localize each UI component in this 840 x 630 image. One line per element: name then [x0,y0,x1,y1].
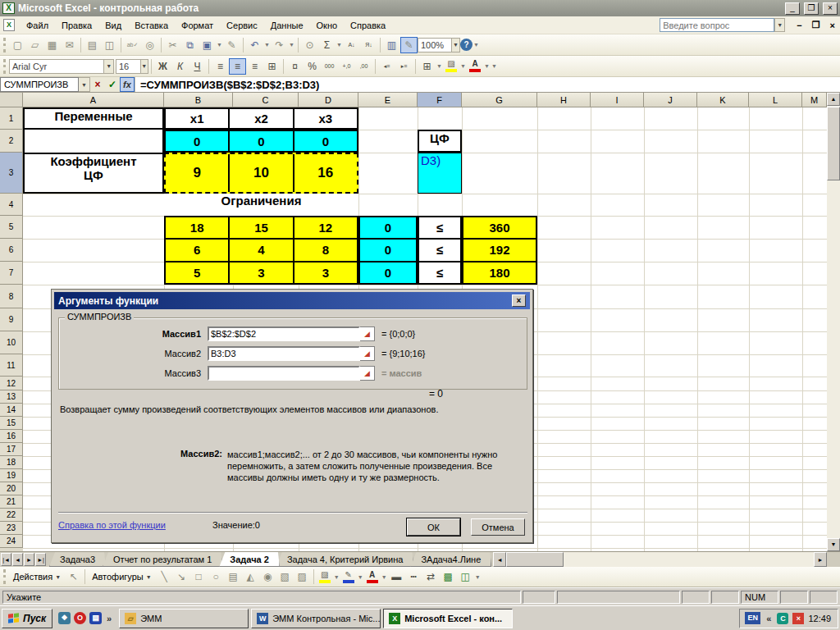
threed-style-icon[interactable]: ◫ [457,568,474,585]
prev-sheet-icon[interactable]: ◄ [12,553,23,566]
undo-icon[interactable]: ↶ [246,37,263,53]
sort-descending-icon[interactable]: Я↓ [360,37,377,53]
browser-icon[interactable]: O [74,612,86,624]
cell-d7[interactable]: 3 [293,262,357,283]
vertical-scrollbar[interactable]: ▲ ▼ [827,93,840,551]
column-header-d[interactable]: D [299,93,358,107]
cell-g6[interactable]: 192 [463,240,536,260]
format-painter-icon[interactable]: ✎ [223,37,240,53]
decrease-indent-icon[interactable]: ◂≡ [378,58,395,75]
cell-a2[interactable] [23,130,164,153]
arg1-input[interactable] [208,326,360,341]
menu-window[interactable]: Окно [310,18,345,33]
column-header-i[interactable]: I [591,93,644,107]
redo-icon[interactable]: ↷ [271,37,288,53]
permission-icon[interactable]: ✉ [61,37,78,53]
line-icon[interactable]: ╲ [156,568,173,585]
cell-b1[interactable]: x1 [166,109,228,128]
close-button[interactable]: × [823,2,838,15]
cancel-formula-icon[interactable]: × [90,77,105,92]
research-icon[interactable]: ◎ [141,37,158,53]
diagram-icon[interactable]: ◉ [259,568,276,585]
range-b2-d2[interactable]: 0 0 0 [164,130,358,153]
cell-c1[interactable]: x2 [228,109,292,128]
cell-g5[interactable]: 360 [463,217,536,238]
range-b3-d3-marching-ants[interactable]: 9 10 16 [164,153,358,194]
tab-zadacha2[interactable]: Задача 2 [219,552,280,567]
cell-c6[interactable]: 4 [228,240,292,260]
column-header-g[interactable]: G [462,93,537,107]
cell-b5[interactable]: 18 [166,217,228,238]
cell-e6[interactable]: 0 [360,240,416,260]
doc-close-button[interactable]: × [825,21,840,30]
help-link[interactable]: Справка по этой функции [58,520,166,530]
align-center-icon[interactable]: ≡ [229,58,246,75]
tray-chevron-icon[interactable]: « [765,614,773,623]
last-sheet-icon[interactable]: ►| [35,553,46,566]
font-size-input[interactable] [116,62,140,71]
draw-line-dropdown-icon[interactable]: ▼ [357,568,364,585]
increase-indent-icon[interactable]: ▸≡ [395,58,413,75]
cancel-button[interactable]: Отмена [471,518,525,536]
cell-b6[interactable]: 6 [166,240,228,260]
paste-dropdown-icon[interactable]: ▼ [216,37,223,53]
horizontal-scrollbar[interactable]: ◄ ► [493,552,827,567]
scroll-right-icon[interactable]: ► [814,552,827,567]
hyperlink-icon[interactable]: ⊙ [301,37,318,53]
formula-input[interactable]: =СУММПРОИЗВ($B$2:$D$2;B3:D3) [135,77,840,92]
cell-d3[interactable]: 16 [293,154,357,192]
row-header[interactable]: 19 [0,469,23,482]
row-header[interactable]: 15 [0,417,23,430]
draw-font-color-icon[interactable]: A [364,568,381,585]
tab-otchet[interactable]: Отчет по результатам 1 [103,552,222,567]
row-header[interactable]: 10 [0,331,23,354]
row-header[interactable]: 5 [0,216,23,239]
range-g5-g7[interactable]: 360 192 180 [462,216,537,285]
restore-button[interactable]: ❐ [804,2,819,15]
next-sheet-icon[interactable]: ► [24,553,34,566]
arg3-range-selector-icon[interactable]: ◢ [360,366,375,381]
arg2-input[interactable] [208,346,360,361]
row-header[interactable]: 16 [0,430,23,443]
range-b1-d1[interactable]: x1 x2 x3 [164,107,358,130]
line-style-icon[interactable]: ▬ [388,568,405,585]
text-box-icon[interactable]: ▤ [225,568,242,585]
rectangle-icon[interactable]: □ [190,568,208,585]
doc-minimize-button[interactable]: − [792,21,806,30]
drawing-toggle-icon[interactable]: ✎ [400,37,418,53]
row-header[interactable]: 3 [0,153,23,194]
row-header[interactable]: 17 [0,443,23,456]
arrow-style-icon[interactable]: ⇄ [422,568,440,585]
font-size-combo[interactable]: ▼ [116,59,148,74]
row-header[interactable]: 22 [0,509,23,522]
autosum-dropdown-icon[interactable]: ▼ [336,37,343,53]
cell-f2[interactable]: ЦФ [418,130,462,153]
taskbar-folder-button[interactable]: ▱ ЭММ [119,609,249,628]
row-header[interactable]: 8 [0,285,23,308]
toolbar-options-icon[interactable]: ▼ [491,58,498,75]
merge-center-icon[interactable]: ⊞ [263,58,281,75]
horizontal-scroll-track[interactable] [506,552,814,567]
open-icon[interactable]: ▱ [26,37,43,53]
cell-f5[interactable]: ≤ [419,217,460,238]
align-left-icon[interactable]: ≡ [212,58,229,75]
cell-g7[interactable]: 180 [463,262,536,283]
start-button[interactable]: Пуск [2,609,52,628]
dialog-title-bar[interactable]: Аргументы функции × [54,292,530,309]
scroll-left-icon[interactable]: ◄ [493,552,506,567]
quick-launch-chevron-icon[interactable]: » [105,614,113,623]
print-icon[interactable]: ▤ [84,37,101,53]
taskbar-word-button[interactable]: W ЭММ Контрольная - Mic... [251,609,381,628]
toolbar-options-icon[interactable]: ▼ [472,37,480,53]
menu-help[interactable]: Справка [344,18,392,33]
range-b5-d7[interactable]: 18 15 12 6 4 8 5 3 3 [164,216,358,285]
toolbar-options-icon[interactable]: ▼ [474,568,482,585]
dash-style-icon[interactable]: ┅ [405,568,422,585]
cell-b7[interactable]: 5 [166,262,228,283]
zoom-input[interactable] [418,40,451,50]
name-box-dropdown-icon[interactable]: ▼ [79,77,90,92]
row-header[interactable]: 2 [0,130,23,153]
shadow-style-icon[interactable]: ▩ [440,568,457,585]
range-e5-e7[interactable]: 0 0 0 [358,216,418,285]
show-desktop-icon[interactable]: ❖ [58,612,71,624]
